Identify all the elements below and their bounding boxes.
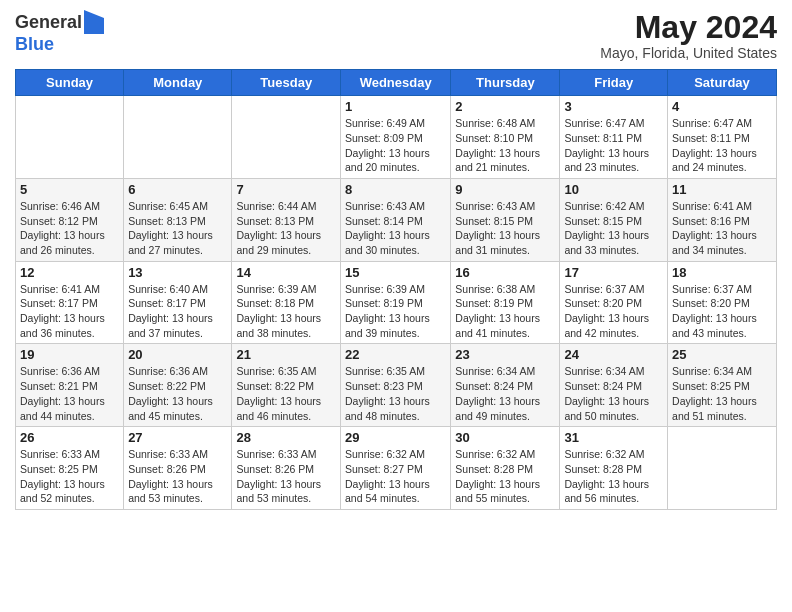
logo-general: General	[15, 12, 82, 33]
day-number: 15	[345, 265, 446, 280]
day-info: Sunrise: 6:43 AM Sunset: 8:14 PM Dayligh…	[345, 199, 446, 258]
calendar-cell: 5Sunrise: 6:46 AM Sunset: 8:12 PM Daylig…	[16, 178, 124, 261]
calendar-cell: 12Sunrise: 6:41 AM Sunset: 8:17 PM Dayli…	[16, 261, 124, 344]
day-info: Sunrise: 6:34 AM Sunset: 8:24 PM Dayligh…	[564, 364, 663, 423]
calendar-cell: 8Sunrise: 6:43 AM Sunset: 8:14 PM Daylig…	[341, 178, 451, 261]
col-wednesday: Wednesday	[341, 70, 451, 96]
day-number: 3	[564, 99, 663, 114]
day-info: Sunrise: 6:33 AM Sunset: 8:26 PM Dayligh…	[236, 447, 336, 506]
col-monday: Monday	[124, 70, 232, 96]
calendar-cell: 28Sunrise: 6:33 AM Sunset: 8:26 PM Dayli…	[232, 427, 341, 510]
calendar-week-3: 12Sunrise: 6:41 AM Sunset: 8:17 PM Dayli…	[16, 261, 777, 344]
calendar-table: Sunday Monday Tuesday Wednesday Thursday…	[15, 69, 777, 510]
calendar-cell: 26Sunrise: 6:33 AM Sunset: 8:25 PM Dayli…	[16, 427, 124, 510]
day-number: 6	[128, 182, 227, 197]
calendar-cell: 31Sunrise: 6:32 AM Sunset: 8:28 PM Dayli…	[560, 427, 668, 510]
day-number: 28	[236, 430, 336, 445]
day-info: Sunrise: 6:44 AM Sunset: 8:13 PM Dayligh…	[236, 199, 336, 258]
title-block: May 2024 Mayo, Florida, United States	[600, 10, 777, 61]
logo-blue: Blue	[15, 34, 54, 54]
calendar-cell: 18Sunrise: 6:37 AM Sunset: 8:20 PM Dayli…	[668, 261, 777, 344]
calendar-cell: 21Sunrise: 6:35 AM Sunset: 8:22 PM Dayli…	[232, 344, 341, 427]
col-friday: Friday	[560, 70, 668, 96]
day-info: Sunrise: 6:34 AM Sunset: 8:24 PM Dayligh…	[455, 364, 555, 423]
day-number: 12	[20, 265, 119, 280]
calendar-week-5: 26Sunrise: 6:33 AM Sunset: 8:25 PM Dayli…	[16, 427, 777, 510]
day-number: 24	[564, 347, 663, 362]
day-info: Sunrise: 6:37 AM Sunset: 8:20 PM Dayligh…	[564, 282, 663, 341]
calendar-week-1: 1Sunrise: 6:49 AM Sunset: 8:09 PM Daylig…	[16, 96, 777, 179]
day-number: 2	[455, 99, 555, 114]
day-info: Sunrise: 6:39 AM Sunset: 8:19 PM Dayligh…	[345, 282, 446, 341]
logo-icon	[84, 10, 104, 34]
calendar-cell: 1Sunrise: 6:49 AM Sunset: 8:09 PM Daylig…	[341, 96, 451, 179]
day-info: Sunrise: 6:33 AM Sunset: 8:26 PM Dayligh…	[128, 447, 227, 506]
calendar-cell: 4Sunrise: 6:47 AM Sunset: 8:11 PM Daylig…	[668, 96, 777, 179]
day-number: 20	[128, 347, 227, 362]
day-number: 9	[455, 182, 555, 197]
day-info: Sunrise: 6:38 AM Sunset: 8:19 PM Dayligh…	[455, 282, 555, 341]
day-number: 29	[345, 430, 446, 445]
day-number: 25	[672, 347, 772, 362]
svg-marker-0	[84, 10, 104, 34]
day-number: 18	[672, 265, 772, 280]
calendar-cell: 23Sunrise: 6:34 AM Sunset: 8:24 PM Dayli…	[451, 344, 560, 427]
day-number: 19	[20, 347, 119, 362]
calendar-cell: 14Sunrise: 6:39 AM Sunset: 8:18 PM Dayli…	[232, 261, 341, 344]
calendar-cell: 11Sunrise: 6:41 AM Sunset: 8:16 PM Dayli…	[668, 178, 777, 261]
day-number: 17	[564, 265, 663, 280]
day-info: Sunrise: 6:32 AM Sunset: 8:28 PM Dayligh…	[564, 447, 663, 506]
day-info: Sunrise: 6:34 AM Sunset: 8:25 PM Dayligh…	[672, 364, 772, 423]
day-number: 10	[564, 182, 663, 197]
day-info: Sunrise: 6:40 AM Sunset: 8:17 PM Dayligh…	[128, 282, 227, 341]
calendar-cell: 7Sunrise: 6:44 AM Sunset: 8:13 PM Daylig…	[232, 178, 341, 261]
day-number: 23	[455, 347, 555, 362]
day-number: 7	[236, 182, 336, 197]
calendar-cell: 24Sunrise: 6:34 AM Sunset: 8:24 PM Dayli…	[560, 344, 668, 427]
day-info: Sunrise: 6:32 AM Sunset: 8:28 PM Dayligh…	[455, 447, 555, 506]
header-row: Sunday Monday Tuesday Wednesday Thursday…	[16, 70, 777, 96]
day-number: 22	[345, 347, 446, 362]
day-info: Sunrise: 6:42 AM Sunset: 8:15 PM Dayligh…	[564, 199, 663, 258]
calendar-cell: 20Sunrise: 6:36 AM Sunset: 8:22 PM Dayli…	[124, 344, 232, 427]
calendar-cell: 13Sunrise: 6:40 AM Sunset: 8:17 PM Dayli…	[124, 261, 232, 344]
day-info: Sunrise: 6:36 AM Sunset: 8:22 PM Dayligh…	[128, 364, 227, 423]
day-number: 8	[345, 182, 446, 197]
calendar-cell: 3Sunrise: 6:47 AM Sunset: 8:11 PM Daylig…	[560, 96, 668, 179]
day-number: 31	[564, 430, 663, 445]
calendar-cell: 17Sunrise: 6:37 AM Sunset: 8:20 PM Dayli…	[560, 261, 668, 344]
day-info: Sunrise: 6:41 AM Sunset: 8:16 PM Dayligh…	[672, 199, 772, 258]
day-info: Sunrise: 6:43 AM Sunset: 8:15 PM Dayligh…	[455, 199, 555, 258]
calendar-cell: 10Sunrise: 6:42 AM Sunset: 8:15 PM Dayli…	[560, 178, 668, 261]
day-number: 30	[455, 430, 555, 445]
day-info: Sunrise: 6:49 AM Sunset: 8:09 PM Dayligh…	[345, 116, 446, 175]
calendar-week-4: 19Sunrise: 6:36 AM Sunset: 8:21 PM Dayli…	[16, 344, 777, 427]
calendar-cell: 27Sunrise: 6:33 AM Sunset: 8:26 PM Dayli…	[124, 427, 232, 510]
calendar-cell: 29Sunrise: 6:32 AM Sunset: 8:27 PM Dayli…	[341, 427, 451, 510]
page: General Blue May 2024 Mayo, Florida, Uni…	[0, 0, 792, 612]
day-info: Sunrise: 6:35 AM Sunset: 8:23 PM Dayligh…	[345, 364, 446, 423]
day-info: Sunrise: 6:47 AM Sunset: 8:11 PM Dayligh…	[564, 116, 663, 175]
day-info: Sunrise: 6:35 AM Sunset: 8:22 PM Dayligh…	[236, 364, 336, 423]
calendar-cell: 9Sunrise: 6:43 AM Sunset: 8:15 PM Daylig…	[451, 178, 560, 261]
day-info: Sunrise: 6:46 AM Sunset: 8:12 PM Dayligh…	[20, 199, 119, 258]
day-number: 5	[20, 182, 119, 197]
calendar-cell: 25Sunrise: 6:34 AM Sunset: 8:25 PM Dayli…	[668, 344, 777, 427]
calendar-cell: 2Sunrise: 6:48 AM Sunset: 8:10 PM Daylig…	[451, 96, 560, 179]
calendar-cell: 30Sunrise: 6:32 AM Sunset: 8:28 PM Dayli…	[451, 427, 560, 510]
header: General Blue May 2024 Mayo, Florida, Uni…	[15, 10, 777, 61]
day-info: Sunrise: 6:33 AM Sunset: 8:25 PM Dayligh…	[20, 447, 119, 506]
day-number: 27	[128, 430, 227, 445]
day-number: 1	[345, 99, 446, 114]
day-number: 16	[455, 265, 555, 280]
calendar-cell: 15Sunrise: 6:39 AM Sunset: 8:19 PM Dayli…	[341, 261, 451, 344]
day-info: Sunrise: 6:48 AM Sunset: 8:10 PM Dayligh…	[455, 116, 555, 175]
col-saturday: Saturday	[668, 70, 777, 96]
day-info: Sunrise: 6:36 AM Sunset: 8:21 PM Dayligh…	[20, 364, 119, 423]
calendar-cell: 22Sunrise: 6:35 AM Sunset: 8:23 PM Dayli…	[341, 344, 451, 427]
day-number: 26	[20, 430, 119, 445]
day-info: Sunrise: 6:47 AM Sunset: 8:11 PM Dayligh…	[672, 116, 772, 175]
calendar-cell	[16, 96, 124, 179]
calendar-cell	[232, 96, 341, 179]
calendar-title: May 2024	[600, 10, 777, 45]
